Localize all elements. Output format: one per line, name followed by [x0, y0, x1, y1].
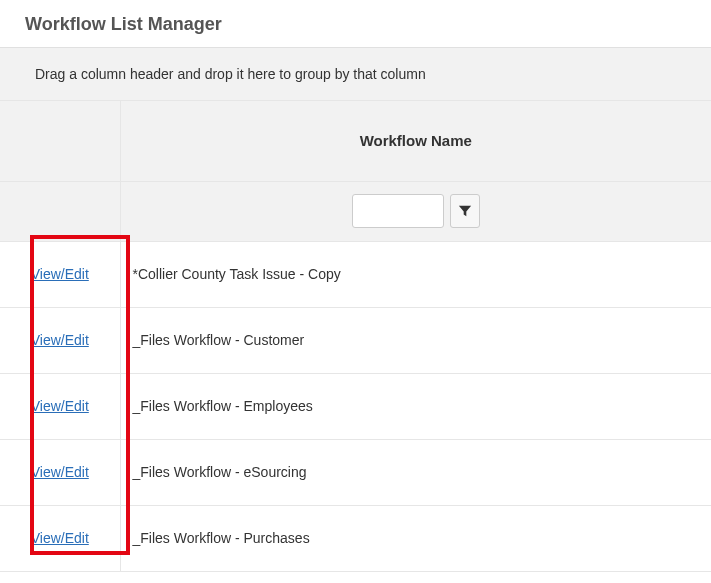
view-edit-link[interactable]: View/Edit	[31, 332, 89, 348]
page-title: Workflow List Manager	[25, 14, 691, 35]
page-header: Workflow List Manager	[0, 0, 711, 48]
name-filter-input[interactable]	[352, 194, 444, 228]
table-header-row: Workflow Name	[0, 101, 711, 181]
view-edit-link[interactable]: View/Edit	[31, 464, 89, 480]
table-row: View/Edit _Files Workflow - eSourcing	[0, 439, 711, 505]
workflow-table: Workflow Name	[0, 101, 711, 572]
column-header-action[interactable]	[0, 101, 120, 181]
workflow-name-cell: _Files Workflow - Customer	[120, 307, 711, 373]
view-edit-link[interactable]: View/Edit	[31, 530, 89, 546]
table-row: View/Edit _Files Workflow - Customer	[0, 307, 711, 373]
view-edit-link[interactable]: View/Edit	[31, 398, 89, 414]
table-row: View/Edit _Files Workflow - Purchases	[0, 505, 711, 571]
filter-icon	[458, 204, 472, 218]
workflow-name-cell: _Files Workflow - Purchases	[120, 505, 711, 571]
table-row: View/Edit *Collier County Task Issue - C…	[0, 241, 711, 307]
workflow-name-cell: *Collier County Task Issue - Copy	[120, 241, 711, 307]
view-edit-link[interactable]: View/Edit	[31, 266, 89, 282]
filter-cell-action	[0, 181, 120, 241]
workflow-grid: Drag a column header and drop it here to…	[0, 48, 711, 572]
filter-cell-name	[120, 181, 711, 241]
table-row: View/Edit _Files Workflow - Employees	[0, 373, 711, 439]
workflow-name-cell: _Files Workflow - Employees	[120, 373, 711, 439]
filter-button[interactable]	[450, 194, 480, 228]
workflow-name-cell: _Files Workflow - eSourcing	[120, 439, 711, 505]
table-filter-row	[0, 181, 711, 241]
group-by-panel[interactable]: Drag a column header and drop it here to…	[0, 48, 711, 101]
column-header-name[interactable]: Workflow Name	[120, 101, 711, 181]
